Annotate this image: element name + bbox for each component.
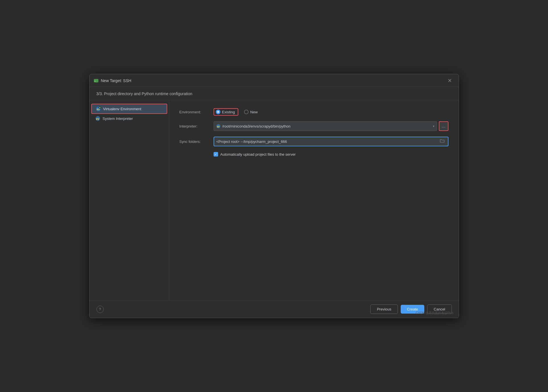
svg-text:>_: >_	[94, 80, 97, 82]
auto-upload-label: Automatically upload project files to th…	[220, 152, 296, 157]
svg-point-5	[99, 107, 100, 108]
footer: ? Previous Create Cancel	[90, 300, 459, 318]
dialog-title: New Target: SSH	[101, 78, 131, 83]
radio-new[interactable]: New	[244, 110, 258, 114]
step-header: 3/3. Project directory and Python runtim…	[90, 87, 459, 100]
interpreter-python-icon: py	[216, 124, 221, 128]
environment-label: Environment:	[179, 110, 214, 114]
sidebar: py Virtualenv Environment py System Inte…	[90, 100, 169, 300]
svg-text:py: py	[217, 125, 220, 128]
interpreter-input[interactable]	[222, 124, 431, 128]
new-label: New	[250, 110, 258, 114]
python-icon: py	[95, 116, 100, 121]
svg-text:py: py	[96, 117, 99, 120]
interpreter-row: Interpreter: py ▾ ...	[179, 121, 448, 131]
existing-label: Existing	[222, 110, 235, 114]
ssh-icon: >_	[94, 78, 99, 83]
checkmark-icon: ✓	[214, 153, 217, 156]
sync-folders-label: Sync folders:	[179, 139, 214, 144]
auto-upload-row: ✓ Automatically upload project files to …	[214, 152, 448, 157]
sync-input-wrap: <Project root>→/tmp/pycharm_project_666	[214, 137, 448, 146]
interpreter-input-wrap: py ▾	[214, 121, 437, 131]
main-panel: Environment: Existing New Interpreter:	[169, 100, 459, 300]
environment-row: Environment: Existing New	[179, 108, 448, 116]
content-area: py Virtualenv Environment py System Inte…	[90, 100, 459, 300]
new-target-dialog: >_ New Target: SSH ✕ 3/3. Project direct…	[89, 74, 459, 318]
sidebar-item-system[interactable]: py System Interpreter	[91, 114, 167, 123]
sync-folders-value: <Project root>→/tmp/pycharm_project_666	[216, 139, 439, 144]
close-button[interactable]: ✕	[446, 78, 454, 84]
footer-left: ?	[96, 306, 104, 313]
folder-icon	[440, 139, 444, 143]
sync-folders-row: Sync folders: <Project root>→/tmp/pychar…	[179, 137, 448, 146]
radio-group: Existing New	[214, 108, 258, 116]
dropdown-arrow-icon[interactable]: ▾	[433, 124, 435, 128]
title-bar: >_ New Target: SSH ✕	[90, 74, 459, 87]
sidebar-item-virtualenv[interactable]: py Virtualenv Environment	[91, 104, 167, 114]
help-button[interactable]: ?	[96, 306, 104, 313]
system-interpreter-label: System Interpreter	[103, 116, 133, 121]
browse-button[interactable]: ...	[439, 121, 448, 131]
watermark: CSDN @寻找宽的考拉Plus	[416, 311, 454, 315]
title-left: >_ New Target: SSH	[94, 78, 131, 83]
new-radio-indicator	[244, 110, 249, 114]
folder-browse-button[interactable]	[439, 138, 446, 145]
radio-existing[interactable]: Existing	[214, 108, 239, 116]
virtualenv-icon: py	[96, 106, 101, 111]
previous-button[interactable]: Previous	[370, 305, 398, 314]
auto-upload-checkbox[interactable]: ✓	[214, 152, 218, 157]
existing-radio-indicator	[216, 110, 220, 114]
virtualenv-label: Virtualenv Environment	[103, 107, 141, 111]
interpreter-label: Interpreter:	[179, 124, 214, 128]
